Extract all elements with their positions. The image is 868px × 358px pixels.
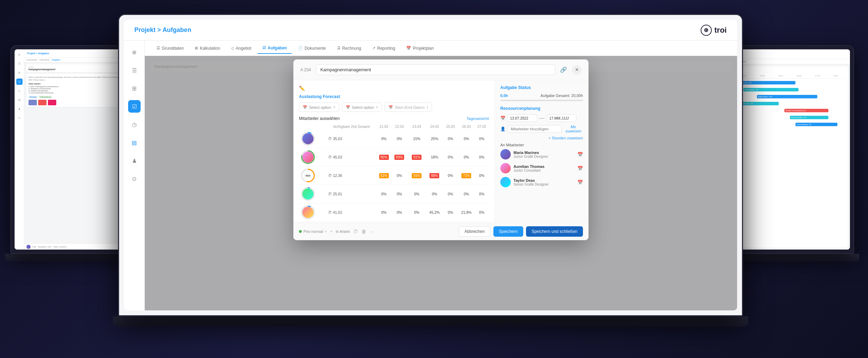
- select-option-1[interactable]: 📅 Select option ▾: [299, 103, 339, 112]
- left-breadcrumb: Projekt > Aufgaben: [27, 52, 49, 55]
- gantt-bar-2: Paula Marines - 3,3: [743, 88, 799, 91]
- footer-timer-icon[interactable]: ⏱: [353, 229, 358, 234]
- left-footer-edit: Edif: [33, 246, 36, 248]
- select-option-2[interactable]: 📅 Select option ▾: [342, 103, 382, 112]
- tab-grunddaten[interactable]: ☰ Grunddaten: [152, 43, 189, 54]
- sidebar-menu-icon[interactable]: ☰: [128, 64, 141, 76]
- tagesansicht-link[interactable]: Tagesansicht: [467, 116, 489, 121]
- left-nav-kalkulation[interactable]: Kalkulation: [40, 59, 50, 61]
- col-22: 22.03: [392, 124, 407, 130]
- select-option-1-label: Select option: [309, 105, 331, 109]
- time-badge-3: ⏱ 12,36: [328, 173, 375, 178]
- avatar-inner-4: [300, 186, 316, 202]
- work-status-tag[interactable]: In Arbeit: [336, 229, 350, 234]
- cal-icon-1[interactable]: 📅: [577, 152, 583, 157]
- row1-person: [299, 130, 327, 148]
- person-role-1: Junior Grafik Designer: [514, 155, 575, 158]
- row1-27: 0%: [475, 130, 489, 148]
- left-nav-grunddaten[interactable]: Grunddaten: [26, 59, 37, 61]
- cancel-button[interactable]: Abbrechen: [459, 226, 491, 237]
- sidebar-clock-icon[interactable]: ◷: [128, 118, 141, 131]
- row2-24: 18%: [426, 148, 443, 166]
- left-tag-1: Anfragen: [28, 96, 37, 98]
- sidebar-plus-icon[interactable]: ⊕: [128, 46, 141, 58]
- filter-row: 📅 Select option ▾ 📅 Select option: [299, 103, 489, 112]
- left-nav-angebot[interactable]: Angebot: [52, 59, 60, 61]
- modal-title-input[interactable]: [316, 64, 555, 75]
- row1-24: 25%: [426, 130, 443, 148]
- sidebar-grid-icon[interactable]: ⊞: [128, 82, 141, 95]
- date-range-picker[interactable]: 📅 Start-/End-Datum ℹ: [385, 103, 432, 112]
- col-total: Verfügbare Zeit Gesamt: [327, 124, 376, 130]
- footer-delete-icon[interactable]: 🗑: [361, 229, 366, 234]
- progress-container: [500, 100, 583, 101]
- circle-2: [300, 149, 316, 165]
- table-row: 54/3 ⏱ 12,36 83% 0% 55%: [299, 166, 489, 185]
- priority-tag[interactable]: Prio normal ▾: [299, 229, 327, 234]
- date-to-input[interactable]: [547, 114, 576, 122]
- left-sb-user-icon[interactable]: ♟: [16, 106, 23, 112]
- row3-total: ⏱ 12,36: [327, 166, 376, 185]
- row4-26: 0%: [458, 185, 475, 203]
- left-sb-settings-icon[interactable]: ⊙: [16, 115, 23, 121]
- hours-link[interactable]: + Stunden zuweisen: [500, 136, 583, 140]
- tab-dokumente[interactable]: 📄 Dokumente: [293, 43, 331, 54]
- avatar-5: [302, 207, 314, 218]
- assign-self-button[interactable]: Mir zuweisen: [564, 125, 583, 133]
- left-sidebar: ⊕ ☰ ⊞ ☑ ◷ ▤ ♟ ⊙: [15, 49, 24, 250]
- calendar-icon-2: 📅: [346, 105, 350, 109]
- left-sb-plus-icon[interactable]: ⊕: [16, 51, 23, 58]
- gantt-days: 23.05 24.03 25.01 26.03 27.03 28.01: [735, 75, 845, 77]
- tab-rechnung[interactable]: ☰ Rechnung: [332, 43, 366, 54]
- person-name-3: Taylor Deas: [514, 178, 575, 182]
- cal-icon-3[interactable]: 📅: [577, 180, 583, 185]
- tab-reporting[interactable]: ↗ Reporting: [367, 43, 400, 54]
- person-info-3: Taylor Deas Senior Grafik Designer: [514, 178, 575, 186]
- tab-angebot[interactable]: ◇ Angebot: [226, 43, 256, 54]
- edit-icon[interactable]: ✏️: [299, 86, 305, 91]
- row4-27: 0%: [475, 185, 489, 203]
- save-button[interactable]: Speichern: [493, 226, 523, 237]
- circle-label-3: 54/3: [300, 168, 316, 183]
- topbar-left: Projekt > Aufgaben: [134, 26, 191, 34]
- footer-more-icon[interactable]: ···: [370, 229, 374, 234]
- row5-23: 0%: [407, 203, 426, 222]
- date-range-icon: 📅: [389, 105, 393, 109]
- row1-25: 0%: [443, 130, 458, 148]
- date-from-input[interactable]: [508, 114, 537, 122]
- row3-27: 0%: [475, 166, 489, 185]
- table-row: ⏱ 25,01 0% 0% 0% 0% 0% 0%: [299, 185, 489, 203]
- sidebar-chart-icon[interactable]: ▤: [128, 136, 141, 149]
- save-close-button[interactable]: Speichern und schließen: [526, 226, 583, 237]
- sidebar-bottom-icon[interactable]: ⊙: [128, 172, 141, 185]
- employee-search-input[interactable]: [508, 125, 562, 133]
- grunddaten-icon: ☰: [157, 46, 160, 50]
- modal-close-button[interactable]: ✕: [572, 65, 582, 75]
- row4-23: 0%: [407, 185, 426, 203]
- person-avatar-1: [500, 149, 511, 160]
- row2-person: [299, 148, 327, 166]
- sidebar-user-icon[interactable]: ♟: [128, 154, 141, 167]
- left-sb-clock-icon[interactable]: ◷: [16, 88, 23, 94]
- row5-21: 0%: [376, 203, 392, 222]
- tab-aufgaben[interactable]: ☑ Aufgaben: [258, 43, 292, 54]
- left-sb-chart-icon[interactable]: ▤: [16, 97, 23, 103]
- sidebar-tasks-icon[interactable]: ☑: [128, 100, 141, 113]
- nav-tabs: ☰ Grunddaten ⊞ Kalkulation ◇ Angebot: [145, 41, 737, 56]
- avatar-4: [302, 188, 314, 200]
- row4-25: 0%: [443, 185, 458, 203]
- cal-icon-2[interactable]: 📅: [577, 166, 583, 171]
- tab-projektplan[interactable]: 📅 Projektplan: [401, 43, 439, 54]
- col-24: 24.03: [426, 124, 443, 130]
- left-sb-menu-icon[interactable]: ☰: [16, 60, 23, 67]
- link-icon[interactable]: 🔗: [560, 66, 567, 73]
- badge-83: 83%: [379, 173, 389, 178]
- left-sb-grid-icon[interactable]: ⊞: [16, 70, 23, 76]
- employee-input-row: 👤 Mir zuweisen: [500, 125, 583, 133]
- tab-kalkulation[interactable]: ⊞ Kalkulation: [190, 43, 225, 54]
- row5-total: ⏱ 41,02: [327, 203, 376, 222]
- left-sb-tasks-icon[interactable]: ☑: [16, 79, 23, 85]
- content-area: ☰ Grunddaten ⊞ Kalkulation ◇ Angebot: [145, 41, 737, 310]
- row1-23: 15%: [407, 130, 426, 148]
- person-row-1: Maria Marines Junior Grafik Designer 📅: [500, 149, 583, 160]
